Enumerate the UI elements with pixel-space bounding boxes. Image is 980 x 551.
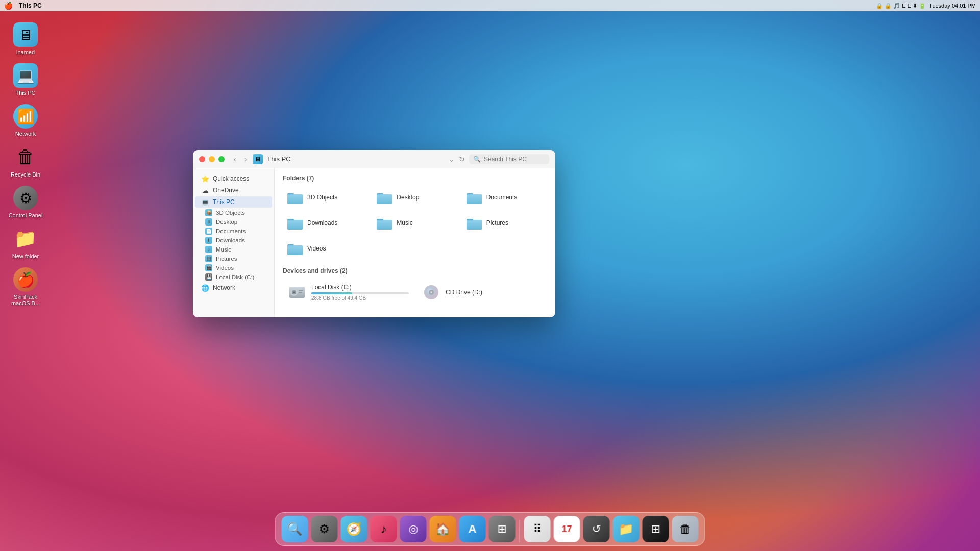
folder-3dobjects-icon bbox=[287, 189, 303, 206]
folder-item-music[interactable]: Music bbox=[372, 212, 457, 234]
svg-rect-17 bbox=[467, 220, 482, 230]
folder-videos-name: Videos bbox=[307, 245, 326, 252]
menubar-icons: 🔒 🔒 🎵 E E ⬇ 🔋 bbox=[876, 3, 926, 9]
folder-item-pictures[interactable]: Pictures bbox=[462, 212, 547, 234]
nav-back-button[interactable]: ‹ bbox=[232, 154, 238, 164]
thispc-label: This PC bbox=[15, 90, 35, 96]
recycle-icon: 🗑 bbox=[13, 145, 38, 169]
sidebar-item-music-label: Music bbox=[216, 246, 231, 253]
sidebar-item-thispc[interactable]: 💻 This PC bbox=[195, 196, 272, 208]
dock: 🔍 ⚙ 🧭 ♪ ◎ 🏠 A ⊞ ⠿ 17 ↺ 📁 ⊞ 🗑 bbox=[275, 512, 705, 546]
dock-item-calendar[interactable]: 17 bbox=[554, 516, 580, 542]
documents-sub-icon: 📄 bbox=[205, 228, 212, 235]
sidebar-item-documents[interactable]: 📄 Documents bbox=[193, 227, 274, 236]
sidebar-item-localdisk-label: Local Disk (C:) bbox=[216, 274, 254, 280]
folder-item-downloads[interactable]: Downloads bbox=[283, 212, 368, 234]
folder-item-3dobjects[interactable]: 3D Objects bbox=[283, 187, 368, 208]
sidebar-item-pictures[interactable]: 🖼 Pictures bbox=[193, 254, 274, 263]
device-item-local-disk[interactable]: Local Disk (C:) 28.8 GB free of 49.4 GB bbox=[283, 280, 413, 305]
dock-item-appstore[interactable]: A bbox=[459, 516, 486, 542]
desktop-icon-skinpack[interactable]: 🍎 SkinPack macOS B... bbox=[4, 265, 47, 308]
trash-icon: 🗑 bbox=[679, 522, 692, 536]
launchpad-icon: ⠿ bbox=[533, 522, 542, 536]
sidebar-item-quick-access[interactable]: ⭐ Quick access bbox=[195, 173, 272, 184]
location-icon: 🖥 bbox=[253, 154, 263, 164]
desktop-icon-recycle[interactable]: 🗑 Recycle Bin bbox=[9, 143, 42, 180]
dock-item-files[interactable]: 📁 bbox=[613, 516, 640, 542]
desktop-icon-newfolder[interactable]: 📁 New folder bbox=[10, 224, 41, 261]
menubar-app-title[interactable]: This PC bbox=[19, 2, 42, 9]
desktop-icon-network[interactable]: 📶 Network bbox=[11, 102, 40, 139]
folder-documents-icon bbox=[466, 189, 482, 206]
sidebar-item-localdisk[interactable]: 💾 Local Disk (C:) bbox=[193, 272, 274, 282]
dock-divider bbox=[520, 520, 520, 542]
dock-item-safari[interactable]: 🧭 bbox=[341, 516, 368, 542]
pictures-sub-icon: 🖼 bbox=[205, 255, 212, 262]
dock-item-mission[interactable]: ⊞ bbox=[643, 516, 669, 542]
dock-item-trash[interactable]: 🗑 bbox=[672, 516, 699, 542]
desktop-icon-controlpanel[interactable]: ⚙ Control Panel bbox=[7, 184, 45, 220]
local-disk-bar-container bbox=[311, 292, 409, 294]
window-maximize-button[interactable] bbox=[218, 156, 225, 162]
apple-menu-icon[interactable]: 🍎 bbox=[4, 2, 13, 10]
timemachine-icon: ↺ bbox=[592, 522, 601, 536]
window-minimize-button[interactable] bbox=[209, 156, 215, 162]
svg-rect-8 bbox=[467, 194, 482, 204]
sidebar-item-onedrive[interactable]: ☁ OneDrive bbox=[195, 185, 272, 196]
dock-item-music[interactable]: ♪ bbox=[371, 516, 397, 542]
recycle-label: Recycle Bin bbox=[11, 171, 40, 178]
sidebar-item-downloads[interactable]: ⬇ Downloads bbox=[193, 236, 274, 245]
controlpanel-label: Control Panel bbox=[9, 212, 43, 218]
nav-forward-button[interactable]: › bbox=[242, 154, 249, 164]
sidebar-item-onedrive-label: OneDrive bbox=[213, 187, 239, 194]
network-label: Network bbox=[15, 131, 36, 137]
svg-rect-11 bbox=[287, 220, 303, 230]
dock-item-finder[interactable]: 🔍 bbox=[282, 516, 308, 542]
sidebar-item-thispc-label: This PC bbox=[213, 198, 235, 206]
folders-section-title: Folders (7) bbox=[283, 174, 547, 182]
search-input[interactable] bbox=[484, 156, 545, 163]
folder-item-videos[interactable]: Videos bbox=[283, 238, 368, 259]
inamed-icon: 🖥 bbox=[13, 22, 38, 47]
dock-item-home[interactable]: 🏠 bbox=[430, 516, 456, 542]
search-box[interactable]: 🔍 bbox=[469, 154, 549, 164]
local-disk-bar-fill bbox=[311, 292, 352, 294]
inamed-label: inamed bbox=[16, 49, 35, 55]
window-titlebar: ‹ › 🖥 This PC ⌄ ↻ 🔍 bbox=[193, 150, 555, 168]
local-disk-icon bbox=[287, 282, 307, 303]
refresh-button[interactable]: ↻ bbox=[459, 155, 465, 163]
folder-videos-icon bbox=[287, 240, 303, 257]
sidebar-item-music[interactable]: ♪ Music bbox=[193, 245, 274, 254]
folder-item-documents[interactable]: Documents bbox=[462, 187, 547, 208]
network-sidebar-icon: 🌐 bbox=[201, 284, 209, 292]
sidebar-item-network[interactable]: 🌐 Network bbox=[195, 282, 272, 293]
local-disk-size: 28.8 GB free of 49.4 GB bbox=[311, 295, 409, 301]
sidebar-item-3dobjects[interactable]: 📦 3D Objects bbox=[193, 208, 274, 217]
dock-item-bootcamp[interactable]: ⊞ bbox=[489, 516, 516, 542]
sidebar-item-desktop[interactable]: 🖥 Desktop bbox=[193, 217, 274, 227]
dock-item-siri[interactable]: ◎ bbox=[400, 516, 427, 542]
sidebar-item-pictures-label: Pictures bbox=[216, 256, 237, 262]
folder-downloads-name: Downloads bbox=[307, 219, 337, 227]
dock-item-launchpad[interactable]: ⠿ bbox=[524, 516, 551, 542]
appstore-icon: A bbox=[469, 522, 477, 536]
window-close-button[interactable] bbox=[199, 156, 205, 162]
dock-item-prefs[interactable]: ⚙ bbox=[311, 516, 338, 542]
desktop-icon-inamed[interactable]: 🖥 inamed bbox=[11, 20, 40, 57]
window-body: ⭐ Quick access ☁ OneDrive 💻 This PC 📦 3D… bbox=[193, 168, 555, 317]
desktop-icon-thispc[interactable]: 💻 This PC bbox=[11, 61, 40, 98]
sort-button[interactable]: ⌄ bbox=[449, 155, 455, 163]
quick-access-icon: ⭐ bbox=[201, 174, 209, 183]
desktop-sub-icon: 🖥 bbox=[205, 218, 212, 226]
devices-grid: Local Disk (C:) 28.8 GB free of 49.4 GB bbox=[283, 280, 547, 305]
prefs-icon: ⚙ bbox=[319, 522, 330, 536]
folder-item-desktop[interactable]: Desktop bbox=[372, 187, 457, 208]
sidebar-item-quick-access-label: Quick access bbox=[213, 175, 249, 182]
sidebar-item-videos[interactable]: 🎬 Videos bbox=[193, 263, 274, 272]
device-item-cd-drive[interactable]: CD Drive (D:) bbox=[417, 280, 547, 305]
dock-item-timemachine[interactable]: ↺ bbox=[583, 516, 610, 542]
folder-desktop-name: Desktop bbox=[397, 194, 419, 201]
menubar-right: 🔒 🔒 🎵 E E ⬇ 🔋 Tuesday 04:01 PM bbox=[876, 3, 976, 9]
calendar-icon: 17 bbox=[561, 524, 572, 535]
sidebar-item-network-label: Network bbox=[213, 284, 235, 291]
